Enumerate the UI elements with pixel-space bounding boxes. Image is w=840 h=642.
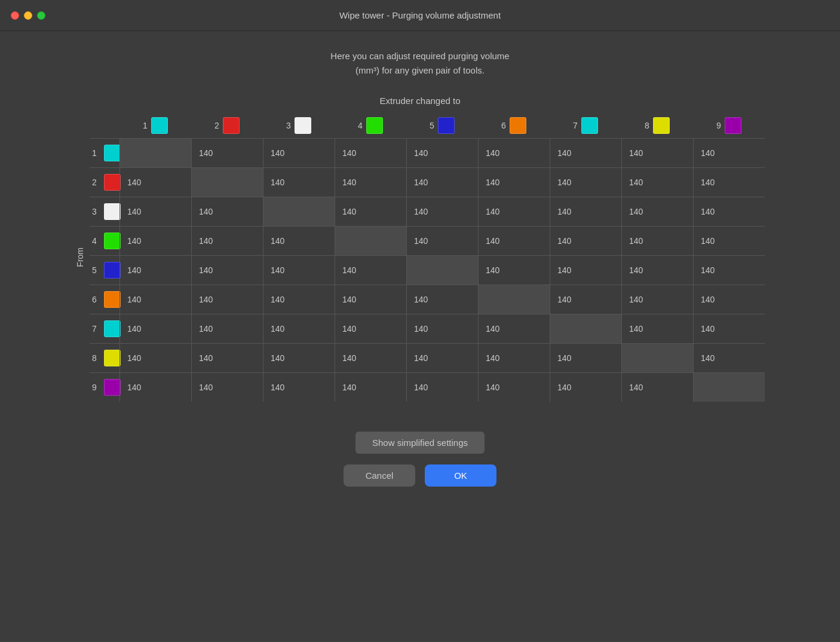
cell-input-2-5[interactable] <box>414 178 462 187</box>
cell-7-9[interactable] <box>693 314 765 343</box>
cell-9-6[interactable] <box>478 373 550 402</box>
cell-8-9[interactable] <box>693 344 765 372</box>
cell-7-5[interactable] <box>406 314 478 343</box>
cell-input-5-3[interactable] <box>271 265 318 275</box>
cell-input-4-7[interactable] <box>557 236 605 246</box>
cell-8-7[interactable] <box>550 344 621 372</box>
cell-4-9[interactable] <box>693 227 765 255</box>
cell-input-3-8[interactable] <box>629 207 677 216</box>
cell-9-8[interactable] <box>621 373 693 402</box>
cell-1-4[interactable] <box>335 139 406 167</box>
cell-input-6-2[interactable] <box>199 295 247 304</box>
cell-input-7-6[interactable] <box>486 324 534 334</box>
cell-input-1-9[interactable] <box>701 148 749 158</box>
cell-input-1-7[interactable] <box>557 148 605 158</box>
cell-7-6[interactable] <box>478 314 550 343</box>
cell-input-3-5[interactable] <box>414 207 462 216</box>
cell-5-6[interactable] <box>478 256 550 285</box>
cell-4-5[interactable] <box>406 227 478 255</box>
cell-input-4-8[interactable] <box>629 236 677 246</box>
cell-6-3[interactable] <box>263 285 335 314</box>
cell-7-2[interactable] <box>191 314 263 343</box>
cell-3-9[interactable] <box>693 197 765 226</box>
cell-input-8-4[interactable] <box>342 353 390 363</box>
cell-2-6[interactable] <box>478 168 550 197</box>
cell-9-2[interactable] <box>191 373 263 402</box>
cell-4-1[interactable] <box>119 227 191 255</box>
cell-input-5-9[interactable] <box>701 265 749 275</box>
simplified-settings-button[interactable]: Show simplified settings <box>355 432 485 454</box>
cell-input-6-5[interactable] <box>414 295 462 304</box>
cell-input-2-1[interactable] <box>127 178 175 187</box>
cell-6-9[interactable] <box>693 285 765 314</box>
cell-3-1[interactable] <box>119 197 191 226</box>
cell-5-8[interactable] <box>621 256 693 285</box>
cell-input-2-7[interactable] <box>557 178 605 187</box>
cell-input-2-8[interactable] <box>629 178 677 187</box>
cell-input-2-3[interactable] <box>271 178 318 187</box>
cell-input-7-4[interactable] <box>342 324 390 334</box>
cell-1-2[interactable] <box>191 139 263 167</box>
cell-4-8[interactable] <box>621 227 693 255</box>
cell-input-9-6[interactable] <box>486 383 534 392</box>
cell-input-8-2[interactable] <box>199 353 247 363</box>
cell-input-2-6[interactable] <box>486 178 534 187</box>
cell-2-5[interactable] <box>406 168 478 197</box>
cell-4-3[interactable] <box>263 227 335 255</box>
cell-input-1-8[interactable] <box>629 148 677 158</box>
cell-1-7[interactable] <box>550 139 621 167</box>
close-button[interactable] <box>11 11 19 20</box>
cell-2-4[interactable] <box>335 168 406 197</box>
cell-4-2[interactable] <box>191 227 263 255</box>
cell-5-3[interactable] <box>263 256 335 285</box>
cell-input-6-8[interactable] <box>629 295 677 304</box>
cell-input-5-7[interactable] <box>557 265 605 275</box>
cell-7-8[interactable] <box>621 314 693 343</box>
cell-8-2[interactable] <box>191 344 263 372</box>
cell-input-8-7[interactable] <box>557 353 605 363</box>
cell-input-7-2[interactable] <box>199 324 247 334</box>
cell-9-3[interactable] <box>263 373 335 402</box>
cell-input-1-5[interactable] <box>414 148 462 158</box>
cell-3-8[interactable] <box>621 197 693 226</box>
cell-1-9[interactable] <box>693 139 765 167</box>
cell-input-8-3[interactable] <box>271 353 318 363</box>
cell-input-8-1[interactable] <box>127 353 175 363</box>
cell-input-4-2[interactable] <box>199 236 247 246</box>
cell-input-6-7[interactable] <box>557 295 605 304</box>
cell-2-3[interactable] <box>263 168 335 197</box>
cancel-button[interactable]: Cancel <box>344 464 415 487</box>
cell-7-4[interactable] <box>335 314 406 343</box>
cell-input-4-9[interactable] <box>701 236 749 246</box>
cell-2-8[interactable] <box>621 168 693 197</box>
cell-input-9-7[interactable] <box>557 383 605 392</box>
minimize-button[interactable] <box>24 11 32 20</box>
cell-input-8-5[interactable] <box>414 353 462 363</box>
maximize-button[interactable] <box>37 11 45 20</box>
cell-1-8[interactable] <box>621 139 693 167</box>
cell-2-9[interactable] <box>693 168 765 197</box>
cell-6-4[interactable] <box>335 285 406 314</box>
cell-8-3[interactable] <box>263 344 335 372</box>
cell-1-6[interactable] <box>478 139 550 167</box>
cell-2-7[interactable] <box>550 168 621 197</box>
cell-input-5-2[interactable] <box>199 265 247 275</box>
cell-input-1-2[interactable] <box>199 148 247 158</box>
cell-9-4[interactable] <box>335 373 406 402</box>
cell-input-9-4[interactable] <box>342 383 390 392</box>
cell-1-5[interactable] <box>406 139 478 167</box>
cell-input-6-4[interactable] <box>342 295 390 304</box>
cell-6-7[interactable] <box>550 285 621 314</box>
cell-input-8-6[interactable] <box>486 353 534 363</box>
cell-input-5-8[interactable] <box>629 265 677 275</box>
cell-input-7-5[interactable] <box>414 324 462 334</box>
cell-6-8[interactable] <box>621 285 693 314</box>
cell-5-4[interactable] <box>335 256 406 285</box>
cell-1-3[interactable] <box>263 139 335 167</box>
cell-input-9-3[interactable] <box>271 383 318 392</box>
cell-input-9-5[interactable] <box>414 383 462 392</box>
cell-input-7-9[interactable] <box>701 324 749 334</box>
cell-4-7[interactable] <box>550 227 621 255</box>
cell-3-4[interactable] <box>335 197 406 226</box>
cell-input-4-5[interactable] <box>414 236 462 246</box>
